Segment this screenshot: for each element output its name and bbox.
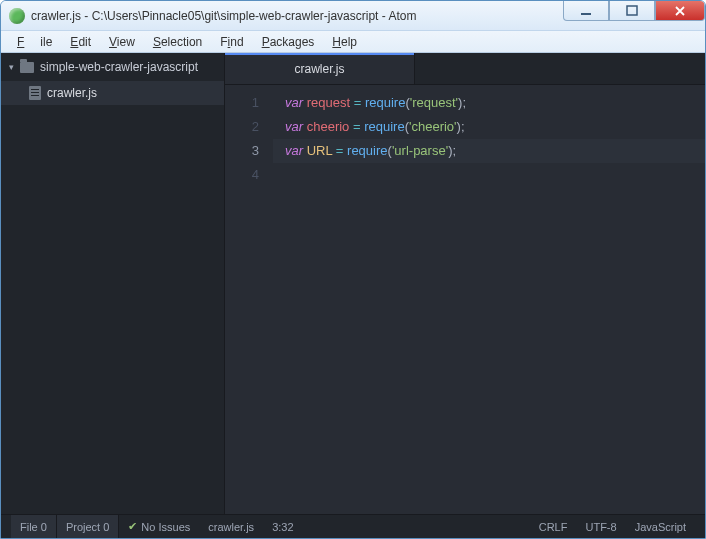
- check-icon: ✔: [128, 520, 137, 533]
- tree-view[interactable]: ▾ simple-web-crawler-javascript crawler.…: [1, 53, 225, 514]
- status-issues[interactable]: ✔ No Issues: [119, 515, 199, 538]
- line-number: 2: [225, 115, 259, 139]
- status-bar: File 0 Project 0 ✔ No Issues crawler.js …: [1, 514, 705, 538]
- code-line[interactable]: var request = require('request');: [285, 91, 705, 115]
- maximize-icon: [626, 5, 638, 17]
- text-editor[interactable]: 1234 var request = require('request');va…: [225, 85, 705, 514]
- chevron-down-icon: ▾: [9, 62, 14, 72]
- minimize-icon: [580, 5, 592, 17]
- gutter: 1234: [225, 85, 273, 514]
- menu-view[interactable]: View: [101, 33, 143, 51]
- status-eol[interactable]: CRLF: [530, 515, 577, 538]
- tab-label: crawler.js: [294, 62, 344, 76]
- file-name: crawler.js: [47, 86, 97, 100]
- close-icon: [674, 5, 686, 17]
- tab-bar: crawler.js: [225, 53, 705, 85]
- status-encoding[interactable]: UTF-8: [576, 515, 625, 538]
- file-icon: [29, 86, 41, 100]
- titlebar[interactable]: crawler.js - C:\Users\Pinnacle05\git\sim…: [1, 1, 705, 31]
- code-lines[interactable]: var request = require('request');var che…: [273, 85, 705, 514]
- main-split: ▾ simple-web-crawler-javascript crawler.…: [1, 53, 705, 514]
- code-line[interactable]: var URL = require('url-parse');: [273, 139, 705, 163]
- menubar: File Edit View Selection Find Packages H…: [1, 31, 705, 53]
- project-name: simple-web-crawler-javascript: [40, 60, 198, 74]
- menu-selection[interactable]: Selection: [145, 33, 210, 51]
- status-file-count[interactable]: File 0: [11, 515, 57, 538]
- status-project-count[interactable]: Project 0: [57, 515, 119, 538]
- editor-pane: crawler.js 1234 var request = require('r…: [225, 53, 705, 514]
- status-filename[interactable]: crawler.js: [199, 515, 263, 538]
- menu-help[interactable]: Help: [324, 33, 365, 51]
- menu-find[interactable]: Find: [212, 33, 251, 51]
- window-title: crawler.js - C:\Users\Pinnacle05\git\sim…: [31, 9, 416, 23]
- close-button[interactable]: [655, 1, 705, 21]
- menu-packages[interactable]: Packages: [254, 33, 323, 51]
- window-controls: [563, 1, 705, 21]
- menu-edit[interactable]: Edit: [62, 33, 99, 51]
- app-icon: [9, 8, 25, 24]
- code-line[interactable]: [285, 163, 705, 187]
- project-root[interactable]: ▾ simple-web-crawler-javascript: [1, 53, 224, 81]
- status-language[interactable]: JavaScript: [626, 515, 695, 538]
- tab-active[interactable]: crawler.js: [225, 53, 415, 84]
- app-window: crawler.js - C:\Users\Pinnacle05\git\sim…: [0, 0, 706, 539]
- line-number: 1: [225, 91, 259, 115]
- maximize-button[interactable]: [609, 1, 655, 21]
- svg-rect-1: [627, 6, 637, 15]
- client-area: ▾ simple-web-crawler-javascript crawler.…: [1, 53, 705, 538]
- file-entry[interactable]: crawler.js: [1, 81, 224, 105]
- menu-file[interactable]: File: [9, 33, 60, 51]
- line-number: 3: [225, 139, 259, 163]
- folder-icon: [20, 62, 34, 73]
- status-cursor[interactable]: 3:32: [263, 515, 302, 538]
- minimize-button[interactable]: [563, 1, 609, 21]
- code-line[interactable]: var cheerio = require('cheerio');: [285, 115, 705, 139]
- line-number: 4: [225, 163, 259, 187]
- svg-rect-0: [581, 13, 591, 15]
